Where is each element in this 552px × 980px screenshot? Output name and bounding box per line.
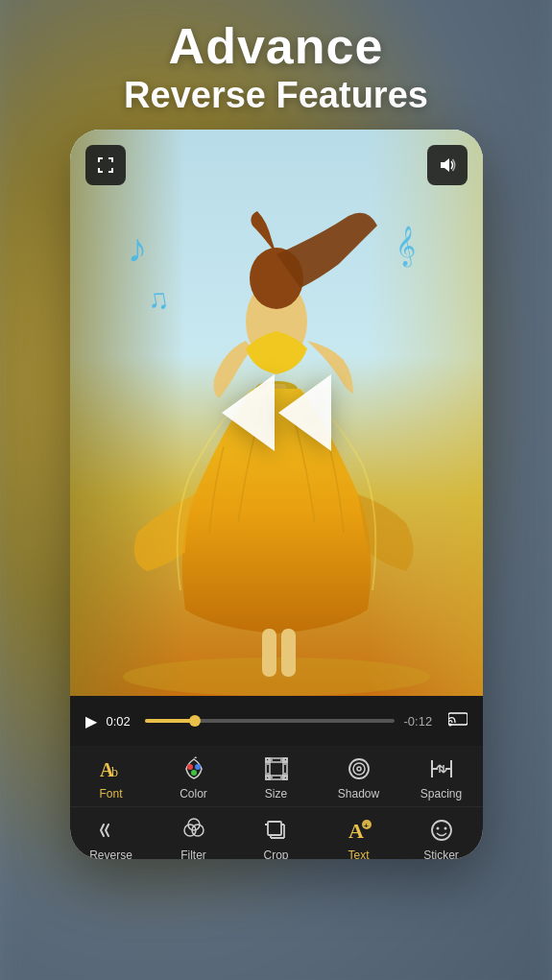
- triangle-right: [278, 374, 331, 451]
- svg-point-27: [432, 821, 451, 840]
- shadow-label: Shadow: [338, 787, 379, 801]
- page-container: Advance Reverse Features: [0, 0, 552, 980]
- progress-bar[interactable]: [145, 719, 395, 723]
- svg-point-17: [349, 759, 369, 778]
- svg-rect-8: [262, 629, 276, 677]
- toolbar-row-1: A b Font Color: [70, 746, 483, 807]
- toolbar-item-filter[interactable]: Filter: [160, 817, 228, 859]
- toolbar-item-spacing[interactable]: Spacing: [408, 755, 475, 801]
- crop-label: Crop: [263, 849, 288, 859]
- toolbar-row-2: Reverse Filter: [70, 807, 483, 859]
- text-icon: A +: [346, 817, 372, 844]
- volume-button[interactable]: [427, 145, 468, 185]
- cast-button[interactable]: [448, 711, 468, 730]
- crop-icon: [263, 817, 290, 844]
- expand-button[interactable]: [85, 145, 126, 185]
- sticker-icon: [428, 817, 455, 844]
- toolbar: A b Font Color: [70, 746, 483, 859]
- reverse-label: Reverse: [89, 849, 132, 859]
- progress-area: ▶ 0:02 -0:12: [70, 696, 483, 746]
- phone-mockup: ♪ ♫ 𝄞: [70, 130, 483, 859]
- volume-icon: [438, 155, 457, 175]
- music-note-treble: 𝄞: [396, 226, 416, 266]
- music-note-1: ♪: [128, 226, 148, 272]
- svg-rect-2: [368, 130, 483, 696]
- svg-rect-1: [70, 130, 185, 696]
- svg-point-14: [187, 764, 193, 770]
- svg-point-28: [436, 827, 439, 830]
- time-current: 0:02: [107, 714, 135, 729]
- toolbar-item-text[interactable]: A + Text: [325, 817, 393, 859]
- filter-icon: [180, 817, 207, 844]
- toolbar-item-shadow[interactable]: Shadow: [325, 755, 393, 801]
- toolbar-item-sticker[interactable]: Sticker: [408, 817, 475, 859]
- toolbar-item-size[interactable]: Size: [243, 755, 310, 801]
- toolbar-item-crop[interactable]: Crop: [243, 817, 310, 859]
- header-line2: Reverse Features: [124, 75, 428, 116]
- play-pause-button[interactable]: ▶: [85, 712, 97, 730]
- font-label: Font: [99, 787, 122, 801]
- svg-point-15: [195, 764, 201, 770]
- reverse-play-button[interactable]: [222, 374, 331, 451]
- svg-text:b: b: [111, 765, 118, 779]
- shadow-icon: [346, 755, 372, 782]
- svg-point-19: [357, 767, 361, 771]
- progress-handle[interactable]: [189, 715, 201, 727]
- cast-icon: [448, 711, 468, 727]
- svg-point-18: [353, 763, 365, 775]
- svg-rect-9: [281, 629, 296, 677]
- header-line1: Advance: [124, 17, 428, 75]
- color-label: Color: [180, 787, 207, 801]
- expand-icon: [96, 155, 115, 175]
- svg-point-29: [444, 827, 446, 830]
- reverse-icon-toolbar: [98, 817, 125, 844]
- toolbar-item-font[interactable]: A b Font: [78, 755, 145, 801]
- reverse-icon: [222, 374, 331, 451]
- svg-rect-10: [448, 713, 468, 725]
- triangle-left: [222, 374, 275, 451]
- spacing-label: Spacing: [420, 787, 462, 801]
- text-label: Text: [348, 849, 369, 859]
- spacing-icon: [428, 755, 455, 782]
- size-icon: [263, 755, 290, 782]
- progress-fill: [145, 719, 195, 723]
- color-icon: [180, 755, 207, 782]
- filter-label: Filter: [180, 849, 206, 859]
- svg-point-16: [191, 770, 197, 776]
- header-title: Advance Reverse Features: [124, 17, 428, 116]
- font-icon: A b: [98, 755, 125, 782]
- time-end: -0:12: [404, 714, 439, 729]
- toolbar-item-reverse[interactable]: Reverse: [78, 817, 145, 859]
- size-label: Size: [265, 787, 287, 801]
- svg-text:A: A: [348, 819, 364, 843]
- svg-point-11: [448, 724, 451, 727]
- toolbar-item-color[interactable]: Color: [160, 755, 228, 801]
- svg-text:+: +: [364, 822, 369, 830]
- video-area: ♪ ♫ 𝄞: [70, 130, 483, 696]
- svg-rect-23: [268, 822, 281, 835]
- sticker-label: Sticker: [423, 849, 459, 859]
